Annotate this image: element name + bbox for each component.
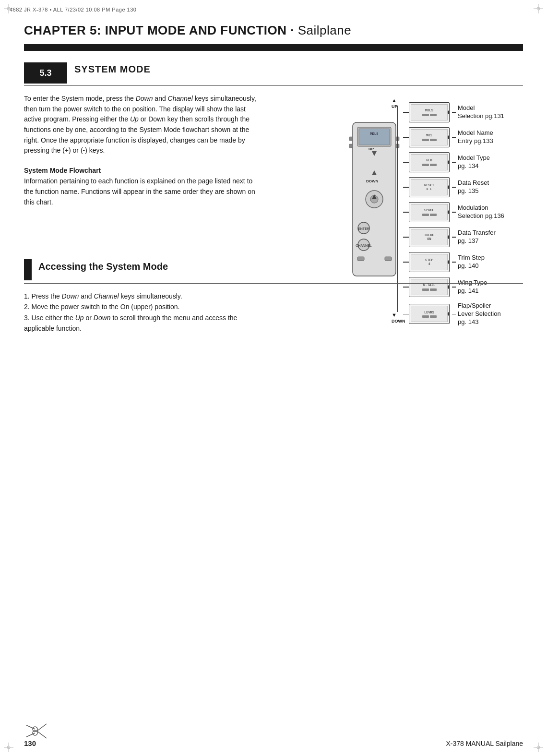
svg-text:UP: UP	[369, 147, 374, 151]
lcd-item-2: M01 Model NameEntry pg.133	[403, 127, 493, 147]
accessing-steps: 1. Press the Down and Channel keys simul…	[24, 291, 240, 334]
lcd-item-5: SPRCE ModulationSelection pg.136	[403, 202, 504, 222]
section-number-box: 5.3	[24, 62, 67, 84]
arrow-up-label: ▲UP	[392, 97, 398, 109]
lcd-item-7: STEP 4 Trim Steppg. 140	[403, 252, 485, 272]
manual-label: X-378 MANUAL Sailplane	[446, 740, 523, 747]
section-title-row: SYSTEM MODE	[74, 64, 523, 75]
section-divider	[24, 85, 523, 86]
left-column: To enter the System mode, press the Down…	[24, 94, 259, 207]
svg-text:ENTER: ENTER	[358, 227, 369, 230]
flowchart-diagram: MDLS UP DOWN	[345, 94, 523, 372]
section-title: SYSTEM MODE	[74, 64, 151, 75]
body-paragraph-1: To enter the System mode, press the Down…	[24, 94, 259, 156]
lcd-item-6: TRLOC ON Data Transferpg. 137	[403, 227, 496, 247]
svg-rect-16	[349, 137, 353, 141]
accessing-divider	[24, 283, 523, 284]
svg-rect-17	[349, 144, 353, 148]
crosshair-bottom-right	[534, 743, 543, 752]
lcd-item-4: RESET E L Data Resetpg. 135	[403, 177, 489, 197]
controller-svg: MDLS UP DOWN	[345, 98, 408, 329]
accessing-title: Accessing the System Mode	[38, 261, 168, 272]
flowchart-label: System Mode Flowchart	[24, 167, 259, 174]
svg-text:DOWN: DOWN	[366, 179, 379, 183]
accessing-bar	[24, 259, 32, 280]
svg-line-33	[37, 724, 47, 731]
lcd-item-1: MDLS ModelSelection pg.131	[403, 102, 504, 122]
page-number: 130	[24, 739, 36, 747]
right-column: MDLS UP DOWN	[345, 94, 523, 372]
flowchart-description: Information pertaining to each function …	[24, 176, 259, 207]
lcd-item-9: LEVRS Flap/SpoilerLever Selectionpg. 143	[403, 302, 501, 326]
chapter-title-normal: Sailplane	[298, 23, 351, 37]
chapter-title-bold: CHAPTER 5: INPUT MODE AND FUNCTION	[24, 23, 287, 37]
chapter-title-bar	[24, 44, 523, 51]
svg-line-34	[37, 731, 47, 738]
crosshair-bottom-left	[4, 743, 13, 752]
lcd-item-3: GLO Model Typepg. 134	[403, 152, 490, 172]
svg-rect-32	[385, 257, 392, 261]
lcd-item-8: W.TAIL Wing Typepg. 141	[403, 277, 487, 297]
print-line: 4682 JR X-378 • ALL 7/23/02 10:08 PM Pag…	[10, 7, 136, 12]
svg-text:MDLS: MDLS	[370, 132, 379, 136]
section-number: 5.3	[39, 68, 51, 78]
vertical-flow-line	[397, 106, 398, 312]
svg-text:CHANNEL: CHANNEL	[356, 244, 372, 247]
chapter-title-separator: ·	[287, 23, 298, 37]
chapter-header: CHAPTER 5: INPUT MODE AND FUNCTION · Sai…	[24, 23, 523, 38]
svg-rect-14	[359, 129, 390, 145]
bottom-bar: 130 X-378 MANUAL Sailplane	[24, 739, 523, 747]
crosshair-top-right	[534, 4, 543, 13]
chapter-title: CHAPTER 5: INPUT MODE AND FUNCTION · Sai…	[24, 23, 523, 38]
svg-rect-31	[357, 257, 364, 261]
